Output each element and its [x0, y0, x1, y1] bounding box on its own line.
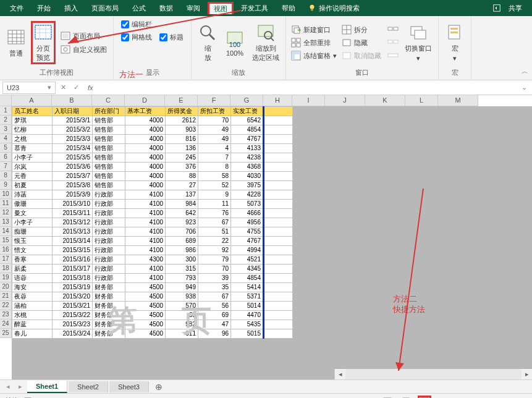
cell[interactable]: 4521 — [231, 255, 264, 265]
cell[interactable]: 4854 — [231, 125, 264, 135]
cell[interactable]: 2015/3/19 — [53, 283, 93, 292]
cell[interactable]: 行政部 — [93, 255, 125, 265]
cell[interactable]: 海安 — [12, 283, 53, 292]
cell[interactable]: 行政部 — [93, 227, 125, 237]
add-sheet-button[interactable]: ⊕ — [150, 382, 167, 392]
cell[interactable]: 2015/3/7 — [53, 172, 93, 181]
cell[interactable]: 4100 — [125, 218, 166, 227]
cell[interactable]: 315 — [166, 265, 198, 274]
cell[interactable]: 2015/3/23 — [53, 320, 93, 329]
row-header-6[interactable]: 6 — [0, 153, 12, 162]
view-normal-icon[interactable] — [381, 396, 394, 399]
cell[interactable]: 夜蓉 — [12, 292, 53, 302]
cell[interactable]: 梦琪 — [12, 116, 53, 125]
view-page-layout-button[interactable]: 页面布局 — [61, 31, 107, 41]
cell[interactable]: 2015/3/10 — [53, 200, 93, 209]
row-header-17[interactable]: 17 — [0, 255, 12, 264]
cell[interactable]: 5414 — [231, 283, 264, 292]
cell[interactable]: 5435 — [231, 320, 264, 329]
cell[interactable]: 2015/3/15 — [53, 246, 93, 255]
cell[interactable]: 793 — [166, 274, 198, 283]
cell[interactable]: 2015/3/24 — [53, 329, 93, 339]
cell[interactable]: 行政部 — [93, 237, 125, 246]
cell[interactable]: 2015/3/17 — [53, 265, 93, 274]
tab-file[interactable]: 文件 — [4, 1, 30, 15]
cell[interactable]: 88 — [166, 172, 198, 181]
cell[interactable]: 2015/3/2 — [53, 125, 93, 135]
cell[interactable]: 4000 — [125, 153, 166, 163]
cell[interactable]: 570 — [166, 302, 198, 311]
cell[interactable]: 245 — [166, 153, 198, 163]
cell[interactable]: 涵柏 — [12, 302, 53, 311]
cell[interactable]: 4000 — [125, 144, 166, 153]
cell[interactable]: 小李子 — [12, 153, 53, 163]
row-headers[interactable]: 1234567891011121314151617181920212223242… — [0, 106, 12, 338]
cell[interactable]: 4 — [198, 144, 231, 153]
enter-button[interactable]: ✓ — [71, 83, 82, 91]
row-header-16[interactable]: 16 — [0, 245, 12, 255]
name-box[interactable]: U23▾ — [2, 82, 56, 94]
cell[interactable]: 元香 — [12, 172, 53, 181]
cell[interactable]: 4238 — [231, 153, 264, 163]
row-header-10[interactable]: 10 — [0, 190, 12, 199]
cell[interactable]: 611 — [166, 329, 198, 339]
row-header-21[interactable]: 21 — [0, 292, 12, 301]
tab-view[interactable]: 视图 — [208, 2, 234, 14]
cell[interactable]: 92 — [198, 246, 231, 255]
view-normal-button[interactable]: 普通 — [4, 26, 28, 60]
cell[interactable]: 923 — [166, 218, 198, 227]
cell[interactable]: 行政部 — [93, 209, 125, 218]
cell[interactable]: 2015/3/22 — [53, 311, 93, 320]
cell[interactable]: 4500 — [125, 320, 166, 329]
column-headers[interactable]: ABCDEFGHIJKLM — [12, 95, 478, 106]
row-header-3[interactable]: 3 — [0, 125, 12, 134]
cell[interactable]: 27 — [166, 181, 198, 190]
cell[interactable]: 销售部 — [93, 144, 125, 153]
freeze-panes-button[interactable]: 冻结窗格▾ — [291, 51, 337, 61]
cell[interactable]: 4500 — [125, 283, 166, 292]
cell[interactable]: 4368 — [231, 163, 264, 172]
cell[interactable]: 尔岚 — [12, 163, 53, 172]
cell[interactable]: 11 — [198, 200, 231, 209]
cell[interactable]: 67 — [198, 292, 231, 302]
cell[interactable]: 行政部 — [93, 274, 125, 283]
row-header-13[interactable]: 13 — [0, 218, 12, 227]
cell[interactable]: 986 — [166, 246, 198, 255]
col-header-I[interactable]: I — [292, 95, 325, 106]
cell[interactable]: 2015/3/8 — [53, 181, 93, 190]
switch-windows-button[interactable]: 切换窗口 ▾ — [402, 21, 434, 64]
col-header-G[interactable]: G — [230, 95, 263, 106]
cell[interactable]: 9 — [198, 190, 231, 200]
cell[interactable]: 49 — [198, 125, 231, 135]
cell[interactable]: 财务部 — [93, 302, 125, 311]
cell[interactable]: 39 — [166, 311, 198, 320]
view-layout-icon[interactable] — [399, 396, 413, 399]
cell[interactable]: 销售部 — [93, 181, 125, 190]
header-cell[interactable]: 所得奖金 — [166, 107, 198, 116]
tab-home[interactable]: 开始 — [31, 1, 57, 15]
cell[interactable]: 67 — [198, 218, 231, 227]
cell[interactable]: 之桃 — [12, 135, 53, 144]
cell[interactable]: 5073 — [231, 200, 264, 209]
cell[interactable]: 984 — [166, 200, 198, 209]
col-header-B[interactable]: B — [52, 95, 92, 106]
col-header-M[interactable]: M — [438, 95, 478, 106]
row-header-9[interactable]: 9 — [0, 180, 12, 190]
cell[interactable]: 4000 — [125, 163, 166, 172]
tab-formulas[interactable]: 公式 — [126, 1, 152, 15]
cell[interactable]: 忆柳 — [12, 125, 53, 135]
cell[interactable]: 6542 — [231, 116, 264, 125]
cell[interactable]: 4500 — [125, 292, 166, 302]
sheet-tab-3[interactable]: Sheet3 — [109, 381, 149, 392]
cell[interactable]: 96 — [198, 329, 231, 339]
cell[interactable]: 4755 — [231, 227, 264, 237]
cell[interactable]: 300 — [166, 255, 198, 265]
row-header-22[interactable]: 22 — [0, 301, 12, 310]
cell[interactable]: 3975 — [231, 181, 264, 190]
cell[interactable]: 8 — [198, 163, 231, 172]
col-header-K[interactable]: K — [365, 95, 405, 106]
col-header-A[interactable]: A — [12, 95, 52, 106]
macros-button[interactable]: 宏 ▾ — [442, 21, 467, 64]
cell[interactable]: 706 — [166, 227, 198, 237]
cell[interactable]: 销售部 — [93, 125, 125, 135]
